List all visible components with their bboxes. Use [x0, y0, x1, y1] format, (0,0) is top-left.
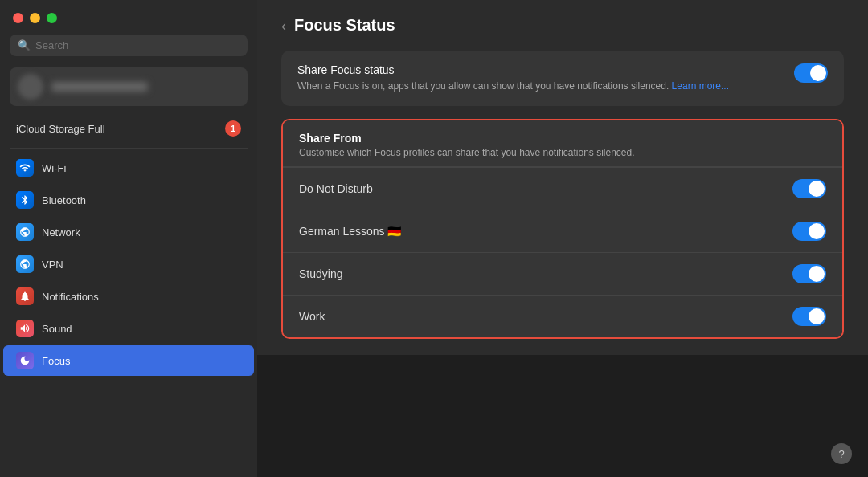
maximize-button[interactable] [47, 13, 57, 23]
sidebar: 🔍 iCloud Storage Full 1 Wi-Fi Bluetooth [0, 0, 257, 477]
search-input[interactable] [35, 39, 240, 51]
back-button[interactable]: ‹ [281, 18, 286, 33]
sidebar-label-sound: Sound [42, 323, 72, 335]
sidebar-item-bluetooth[interactable]: Bluetooth [3, 185, 254, 215]
network-icon [16, 223, 34, 241]
wifi-icon [16, 159, 34, 177]
user-name [51, 82, 148, 92]
sidebar-item-notifications[interactable]: Notifications [3, 281, 254, 312]
toggle-knob [810, 65, 826, 81]
share-from-header: Share From Customise which Focus profile… [283, 120, 842, 167]
focus-icon [16, 352, 34, 369]
help-button[interactable]: ? [831, 443, 852, 464]
do-not-disturb-toggle[interactable] [792, 179, 826, 198]
page-header: ‹ Focus Status [281, 16, 844, 35]
work-toggle[interactable] [792, 307, 826, 326]
vpn-icon [16, 255, 34, 273]
sidebar-item-network[interactable]: Network [3, 217, 254, 247]
traffic-lights [0, 0, 257, 31]
sidebar-label-notifications: Notifications [42, 291, 99, 303]
toggle-knob [809, 308, 825, 324]
sidebar-label-bluetooth: Bluetooth [42, 194, 86, 206]
search-icon: 🔍 [18, 39, 31, 51]
icloud-storage-item[interactable]: iCloud Storage Full 1 [3, 112, 254, 145]
sidebar-label-wifi: Wi-Fi [42, 162, 66, 174]
share-from-desc: Customise which Focus profiles can share… [299, 147, 826, 158]
icloud-badge: 1 [225, 120, 241, 137]
share-from-title: Share From [299, 132, 826, 145]
sound-icon [16, 320, 34, 337]
sidebar-label-vpn: VPN [42, 259, 63, 271]
sidebar-item-vpn[interactable]: VPN [3, 249, 254, 279]
focus-item-do-not-disturb: Do Not Disturb [283, 167, 842, 210]
main-content: ‹ Focus Status Share Focus status When a… [257, 0, 868, 355]
share-focus-card: Share Focus status When a Focus is on, a… [281, 51, 844, 106]
icloud-label: iCloud Storage Full [16, 123, 105, 135]
share-focus-desc: When a Focus is on, apps that you allow … [297, 80, 778, 93]
sidebar-item-sound[interactable]: Sound [3, 313, 254, 344]
sidebar-item-wifi[interactable]: Wi-Fi [3, 153, 254, 183]
focus-item-studying: Studying [283, 252, 842, 295]
bluetooth-icon [16, 191, 34, 209]
toggle-knob [809, 181, 825, 197]
share-from-section: Share From Customise which Focus profile… [281, 119, 844, 339]
minimize-button[interactable] [30, 13, 40, 23]
main-content-wrapper: ‹ Focus Status Share Focus status When a… [257, 0, 868, 477]
focus-item-label-work: Work [299, 310, 325, 323]
share-focus-text: Share Focus status When a Focus is on, a… [297, 63, 778, 93]
notifications-icon [16, 287, 34, 305]
share-focus-toggle[interactable] [794, 63, 828, 83]
studying-toggle[interactable] [792, 264, 826, 283]
sidebar-label-focus: Focus [42, 355, 70, 367]
focus-item-label-studying: Studying [299, 267, 342, 280]
learn-more-link[interactable]: Learn more... [672, 80, 729, 92]
focus-item-label-do-not-disturb: Do Not Disturb [299, 182, 373, 195]
avatar [18, 74, 43, 100]
focus-item-work: Work [283, 295, 842, 337]
page-title: Focus Status [294, 16, 395, 35]
german-lessons-toggle[interactable] [792, 222, 826, 241]
toggle-knob [809, 223, 825, 239]
sidebar-label-network: Network [42, 226, 80, 238]
share-focus-title: Share Focus status [297, 63, 778, 76]
user-profile[interactable] [10, 67, 248, 106]
search-bar: 🔍 [10, 35, 248, 56]
sidebar-item-focus[interactable]: Focus [3, 345, 254, 376]
close-button[interactable] [13, 13, 23, 23]
focus-item-label-german-lessons: German Lessons 🇩🇪 [299, 225, 402, 238]
toggle-knob [809, 266, 825, 282]
share-focus-desc-text: When a Focus is on, apps that you allow … [297, 80, 672, 92]
divider [10, 148, 248, 149]
focus-item-german-lessons: German Lessons 🇩🇪 [283, 210, 842, 252]
